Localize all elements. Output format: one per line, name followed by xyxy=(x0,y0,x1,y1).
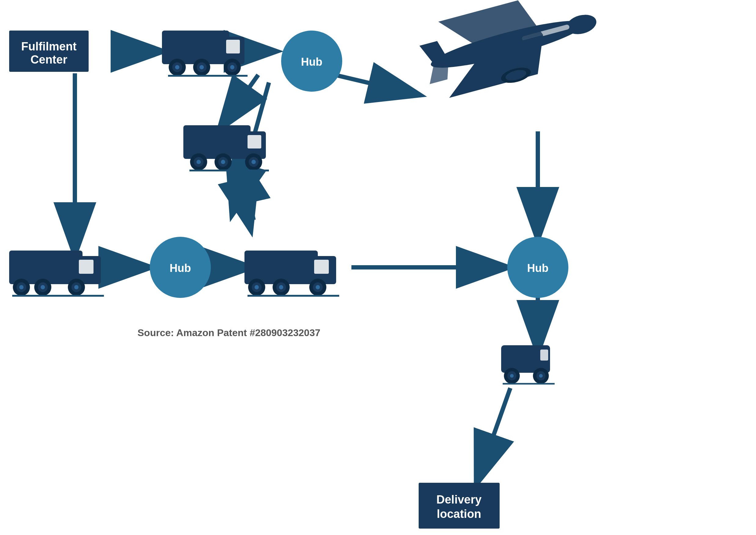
svg-point-28 xyxy=(230,65,235,70)
svg-point-50 xyxy=(251,160,256,164)
svg-point-70 xyxy=(255,285,259,289)
fulfillment-center-label2: Center xyxy=(31,53,68,66)
hub-top-label: Hub xyxy=(301,56,322,68)
main-svg: Fulfilment Center Hub xyxy=(0,0,756,535)
svg-rect-19 xyxy=(226,40,240,53)
hub-mid-label: Hub xyxy=(170,262,191,274)
svg-rect-67 xyxy=(314,260,329,274)
truck-top xyxy=(162,31,247,76)
svg-point-76 xyxy=(316,285,320,289)
truck-middle xyxy=(183,125,269,171)
svg-point-44 xyxy=(196,160,201,164)
svg-rect-80 xyxy=(540,350,548,360)
svg-point-86 xyxy=(539,374,543,378)
svg-point-57 xyxy=(19,285,23,289)
svg-point-83 xyxy=(510,374,514,378)
svg-point-60 xyxy=(41,285,45,289)
fulfillment-center-label: Fulfilment xyxy=(21,40,77,53)
svg-rect-54 xyxy=(79,260,94,274)
source-text: Source: Amazon Patent #280903232037 xyxy=(137,327,320,338)
svg-point-73 xyxy=(279,285,283,289)
svg-point-47 xyxy=(221,160,225,164)
diagram-container: Fulfilment Center Hub xyxy=(0,0,756,535)
svg-point-63 xyxy=(74,285,78,289)
hub-right-label: Hub xyxy=(527,262,548,274)
delivery-location-label1: Delivery xyxy=(436,493,482,506)
svg-rect-41 xyxy=(247,135,261,149)
svg-point-22 xyxy=(175,65,180,70)
delivery-location-label2: location xyxy=(437,508,481,520)
svg-point-25 xyxy=(200,65,204,70)
